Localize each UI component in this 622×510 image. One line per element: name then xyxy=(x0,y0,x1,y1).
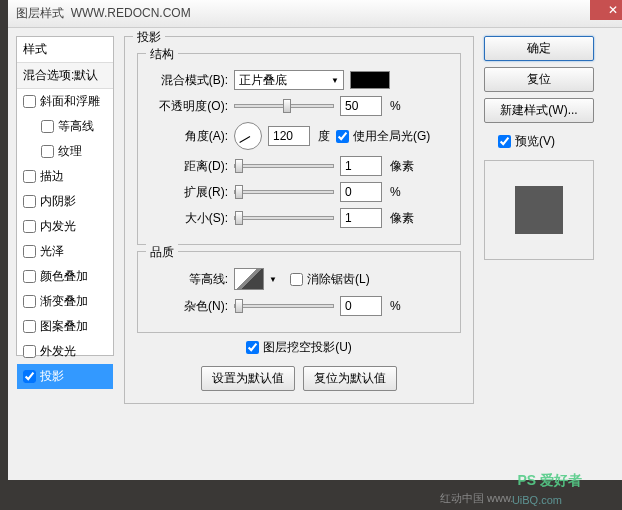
contour-row: 等高线: ▼ 消除锯齿(L) xyxy=(150,268,448,290)
style-contour[interactable]: 等高线 xyxy=(17,114,113,139)
angle-unit: 度 xyxy=(318,128,330,145)
slider-thumb[interactable] xyxy=(235,299,243,313)
noise-row: 杂色(N): % xyxy=(150,296,448,316)
gradient-overlay-checkbox[interactable] xyxy=(23,295,36,308)
cancel-button[interactable]: 复位 xyxy=(484,67,594,92)
size-input[interactable] xyxy=(340,208,382,228)
distance-row: 距离(D): 像素 xyxy=(150,156,448,176)
window-title: 图层样式 WWW.REDOCN.COM xyxy=(16,5,191,22)
contour-checkbox[interactable] xyxy=(41,120,54,133)
distance-input[interactable] xyxy=(340,156,382,176)
layer-style-dialog: 图层样式 WWW.REDOCN.COM ✕ 样式 混合选项:默认 斜面和浮雕 等… xyxy=(8,0,622,480)
chevron-down-icon: ▼ xyxy=(331,76,339,85)
size-slider[interactable] xyxy=(234,216,334,220)
global-light-checkbox-row[interactable]: 使用全局光(G) xyxy=(336,128,430,145)
chevron-down-icon: ▼ xyxy=(269,275,277,284)
spread-unit: % xyxy=(390,185,401,199)
styles-header: 样式 xyxy=(17,37,113,63)
preview-checkbox-row[interactable]: 预览(V) xyxy=(498,133,594,150)
style-inner-glow[interactable]: 内发光 xyxy=(17,214,113,239)
preview-swatch xyxy=(515,186,563,234)
blend-mode-row: 混合模式(B): 正片叠底 ▼ xyxy=(150,70,448,90)
spread-row: 扩展(R): % xyxy=(150,182,448,202)
angle-row: 角度(A): 度 使用全局光(G) xyxy=(150,122,448,150)
satin-checkbox[interactable] xyxy=(23,245,36,258)
spread-slider[interactable] xyxy=(234,190,334,194)
titlebar: 图层样式 WWW.REDOCN.COM ✕ xyxy=(8,0,622,28)
distance-slider[interactable] xyxy=(234,164,334,168)
opacity-input[interactable] xyxy=(340,96,382,116)
knockout-row: 图层挖空投影(U) xyxy=(137,339,461,356)
inner-shadow-checkbox[interactable] xyxy=(23,195,36,208)
panel-title: 投影 xyxy=(133,29,165,46)
blend-mode-dropdown[interactable]: 正片叠底 ▼ xyxy=(234,70,344,90)
style-bevel-emboss[interactable]: 斜面和浮雕 xyxy=(17,89,113,114)
opacity-label: 不透明度(O): xyxy=(150,98,228,115)
style-inner-shadow[interactable]: 内阴影 xyxy=(17,189,113,214)
style-texture[interactable]: 纹理 xyxy=(17,139,113,164)
inner-glow-checkbox[interactable] xyxy=(23,220,36,233)
set-default-button[interactable]: 设置为默认值 xyxy=(201,366,295,391)
quality-group: 品质 等高线: ▼ 消除锯齿(L) 杂色(N): xyxy=(137,251,461,333)
blend-options-default[interactable]: 混合选项:默认 xyxy=(17,63,113,89)
noise-slider[interactable] xyxy=(234,304,334,308)
ok-button[interactable]: 确定 xyxy=(484,36,594,61)
style-pattern-overlay[interactable]: 图案叠加 xyxy=(17,314,113,339)
shadow-color-swatch[interactable] xyxy=(350,71,390,89)
watermark-url: UiBQ.com xyxy=(512,494,562,506)
slider-thumb[interactable] xyxy=(235,211,243,225)
settings-panel: 投影 结构 混合模式(B): 正片叠底 ▼ 不透明度(O): xyxy=(124,36,474,472)
dialog-content: 样式 混合选项:默认 斜面和浮雕 等高线 纹理 描边 内阴影 内发光 光泽 颜色… xyxy=(8,28,622,480)
quality-title: 品质 xyxy=(146,244,178,261)
noise-unit: % xyxy=(390,299,401,313)
style-color-overlay[interactable]: 颜色叠加 xyxy=(17,264,113,289)
blend-mode-label: 混合模式(B): xyxy=(150,72,228,89)
distance-label: 距离(D): xyxy=(150,158,228,175)
spread-input[interactable] xyxy=(340,182,382,202)
size-label: 大小(S): xyxy=(150,210,228,227)
noise-label: 杂色(N): xyxy=(150,298,228,315)
contour-picker[interactable]: ▼ xyxy=(234,268,264,290)
style-stroke[interactable]: 描边 xyxy=(17,164,113,189)
antialias-checkbox-row[interactable]: 消除锯齿(L) xyxy=(290,271,370,288)
preview-checkbox[interactable] xyxy=(498,135,511,148)
noise-input[interactable] xyxy=(340,296,382,316)
close-button[interactable]: ✕ xyxy=(590,0,622,20)
color-overlay-checkbox[interactable] xyxy=(23,270,36,283)
bevel-checkbox[interactable] xyxy=(23,95,36,108)
new-style-button[interactable]: 新建样式(W)... xyxy=(484,98,594,123)
styles-panel: 样式 混合选项:默认 斜面和浮雕 等高线 纹理 描边 内阴影 内发光 光泽 颜色… xyxy=(16,36,114,472)
knockout-checkbox-row[interactable]: 图层挖空投影(U) xyxy=(246,339,352,356)
angle-label: 角度(A): xyxy=(150,128,228,145)
knockout-checkbox[interactable] xyxy=(246,341,259,354)
default-buttons-row: 设置为默认值 复位为默认值 xyxy=(137,366,461,391)
global-light-checkbox[interactable] xyxy=(336,130,349,143)
drop-shadow-group: 投影 结构 混合模式(B): 正片叠底 ▼ 不透明度(O): xyxy=(124,36,474,404)
slider-thumb[interactable] xyxy=(235,159,243,173)
reset-default-button[interactable]: 复位为默认值 xyxy=(303,366,397,391)
opacity-row: 不透明度(O): % xyxy=(150,96,448,116)
style-drop-shadow[interactable]: 投影 xyxy=(17,364,113,389)
size-unit: 像素 xyxy=(390,210,414,227)
style-outer-glow[interactable]: 外发光 xyxy=(17,339,113,364)
slider-thumb[interactable] xyxy=(283,99,291,113)
action-panel: 确定 复位 新建样式(W)... 预览(V) xyxy=(484,36,594,472)
angle-input[interactable] xyxy=(268,126,310,146)
opacity-slider[interactable] xyxy=(234,104,334,108)
slider-thumb[interactable] xyxy=(235,185,243,199)
styles-list: 样式 混合选项:默认 斜面和浮雕 等高线 纹理 描边 内阴影 内发光 光泽 颜色… xyxy=(16,36,114,356)
structure-group: 结构 混合模式(B): 正片叠底 ▼ 不透明度(O): % xyxy=(137,53,461,245)
texture-checkbox[interactable] xyxy=(41,145,54,158)
outer-glow-checkbox[interactable] xyxy=(23,345,36,358)
style-satin[interactable]: 光泽 xyxy=(17,239,113,264)
angle-dial[interactable] xyxy=(234,122,262,150)
watermark-logo: PS 爱好者 xyxy=(517,472,582,490)
distance-unit: 像素 xyxy=(390,158,414,175)
pattern-overlay-checkbox[interactable] xyxy=(23,320,36,333)
style-gradient-overlay[interactable]: 渐变叠加 xyxy=(17,289,113,314)
contour-label: 等高线: xyxy=(150,271,228,288)
drop-shadow-checkbox[interactable] xyxy=(23,370,36,383)
structure-title: 结构 xyxy=(146,46,178,63)
antialias-checkbox[interactable] xyxy=(290,273,303,286)
stroke-checkbox[interactable] xyxy=(23,170,36,183)
